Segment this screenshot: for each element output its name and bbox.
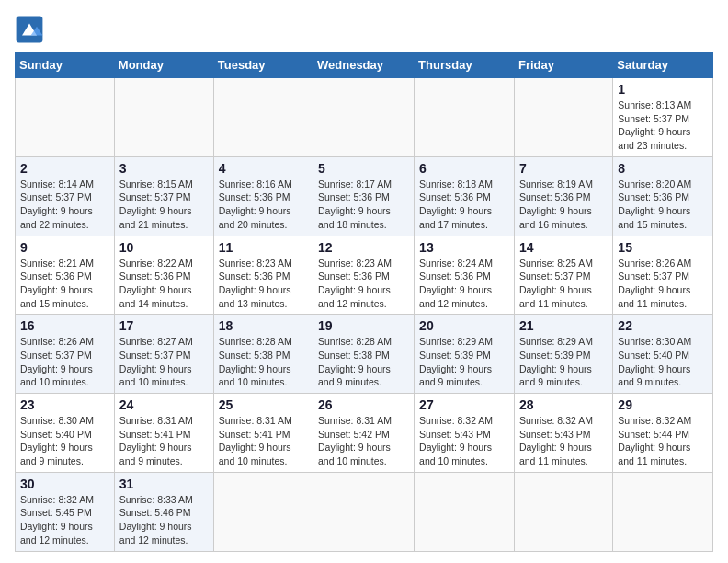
day-info: Sunrise: 8:23 AMSunset: 5:36 PMDaylight:…: [219, 257, 308, 311]
day-number: 20: [419, 318, 509, 333]
day-of-week-header: Friday: [514, 52, 612, 78]
day-cell: 12 Sunrise: 8:23 AMSunset: 5:36 PMDaylig…: [313, 236, 415, 315]
day-cell: 7 Sunrise: 8:19 AMSunset: 5:36 PMDayligh…: [514, 156, 612, 236]
day-info: Sunrise: 8:28 AMSunset: 5:38 PMDaylight:…: [318, 335, 409, 389]
day-number: 26: [318, 397, 409, 412]
day-cell: 28 Sunrise: 8:32 AMSunset: 5:43 PMDaylig…: [514, 394, 612, 473]
calendar-week-row: 2 Sunrise: 8:14 AMSunset: 5:37 PMDayligh…: [16, 156, 713, 236]
day-cell: 3 Sunrise: 8:15 AMSunset: 5:37 PMDayligh…: [114, 156, 213, 236]
day-cell: 22 Sunrise: 8:30 AMSunset: 5:40 PMDaylig…: [613, 315, 713, 394]
day-cell: 18 Sunrise: 8:28 AMSunset: 5:38 PMDaylig…: [213, 315, 313, 394]
day-number: 15: [618, 240, 708, 255]
day-cell: 11 Sunrise: 8:23 AMSunset: 5:36 PMDaylig…: [213, 236, 313, 315]
day-cell: 31 Sunrise: 8:33 AMSunset: 5:46 PMDaylig…: [114, 472, 213, 551]
empty-cell: [313, 472, 415, 551]
day-cell: 16 Sunrise: 8:26 AMSunset: 5:37 PMDaylig…: [16, 315, 115, 394]
day-number: 19: [318, 318, 409, 333]
day-cell: 19 Sunrise: 8:28 AMSunset: 5:38 PMDaylig…: [313, 315, 415, 394]
day-info: Sunrise: 8:30 AMSunset: 5:40 PMDaylight:…: [20, 414, 109, 468]
day-cell: 23 Sunrise: 8:30 AMSunset: 5:40 PMDaylig…: [16, 394, 115, 473]
day-of-week-header: Monday: [114, 52, 213, 78]
empty-cell: [213, 78, 313, 157]
day-cell: 5 Sunrise: 8:17 AMSunset: 5:36 PMDayligh…: [313, 156, 415, 236]
day-number: 22: [618, 318, 708, 333]
day-info: Sunrise: 8:15 AMSunset: 5:37 PMDaylight:…: [119, 178, 209, 232]
day-cell: 15 Sunrise: 8:26 AMSunset: 5:37 PMDaylig…: [613, 236, 713, 315]
empty-cell: [613, 472, 713, 551]
day-number: 7: [519, 161, 608, 176]
day-number: 8: [618, 161, 708, 176]
calendar-week-row: 30 Sunrise: 8:32 AMSunset: 5:45 PMDaylig…: [16, 472, 713, 551]
day-cell: 21 Sunrise: 8:29 AMSunset: 5:39 PMDaylig…: [514, 315, 612, 394]
day-number: 30: [20, 477, 109, 491]
day-info: Sunrise: 8:19 AMSunset: 5:36 PMDaylight:…: [519, 178, 608, 232]
day-cell: 9 Sunrise: 8:21 AMSunset: 5:36 PMDayligh…: [16, 236, 115, 315]
day-cell: 20 Sunrise: 8:29 AMSunset: 5:39 PMDaylig…: [415, 315, 515, 394]
empty-cell: [313, 78, 415, 157]
day-info: Sunrise: 8:31 AMSunset: 5:41 PMDaylight:…: [219, 414, 308, 468]
day-info: Sunrise: 8:26 AMSunset: 5:37 PMDaylight:…: [618, 257, 708, 311]
calendar-week-row: 1 Sunrise: 8:13 AMSunset: 5:37 PMDayligh…: [16, 78, 713, 157]
empty-cell: [16, 78, 115, 157]
day-info: Sunrise: 8:28 AMSunset: 5:38 PMDaylight:…: [219, 335, 308, 389]
day-cell: 30 Sunrise: 8:32 AMSunset: 5:45 PMDaylig…: [16, 472, 115, 551]
day-info: Sunrise: 8:29 AMSunset: 5:39 PMDaylight:…: [519, 335, 608, 389]
day-of-week-header: Sunday: [16, 52, 115, 78]
day-info: Sunrise: 8:20 AMSunset: 5:36 PMDaylight:…: [618, 178, 708, 232]
calendar-header-row: SundayMondayTuesdayWednesdayThursdayFrid…: [16, 52, 713, 78]
day-number: 16: [20, 318, 109, 333]
calendar-week-row: 16 Sunrise: 8:26 AMSunset: 5:37 PMDaylig…: [16, 315, 713, 394]
day-info: Sunrise: 8:30 AMSunset: 5:40 PMDaylight:…: [618, 335, 708, 389]
day-info: Sunrise: 8:23 AMSunset: 5:36 PMDaylight:…: [318, 257, 409, 311]
day-number: 5: [318, 161, 409, 176]
day-number: 28: [519, 397, 608, 412]
day-cell: 29 Sunrise: 8:32 AMSunset: 5:44 PMDaylig…: [613, 394, 713, 473]
day-cell: 17 Sunrise: 8:27 AMSunset: 5:37 PMDaylig…: [114, 315, 213, 394]
empty-cell: [213, 472, 313, 551]
day-number: 2: [20, 161, 109, 176]
day-cell: 14 Sunrise: 8:25 AMSunset: 5:37 PMDaylig…: [514, 236, 612, 315]
day-info: Sunrise: 8:13 AMSunset: 5:37 PMDaylight:…: [618, 98, 708, 153]
day-info: Sunrise: 8:32 AMSunset: 5:45 PMDaylight:…: [20, 493, 109, 547]
day-info: Sunrise: 8:17 AMSunset: 5:36 PMDaylight:…: [318, 178, 409, 232]
day-of-week-header: Tuesday: [213, 52, 313, 78]
day-info: Sunrise: 8:24 AMSunset: 5:36 PMDaylight:…: [419, 257, 509, 311]
day-number: 12: [318, 240, 409, 255]
empty-cell: [415, 472, 515, 551]
day-info: Sunrise: 8:16 AMSunset: 5:36 PMDaylight:…: [219, 178, 308, 232]
page-header: [15, 15, 713, 44]
day-info: Sunrise: 8:32 AMSunset: 5:43 PMDaylight:…: [419, 414, 509, 468]
logo: [15, 15, 48, 44]
day-info: Sunrise: 8:25 AMSunset: 5:37 PMDaylight:…: [519, 257, 608, 311]
calendar-body: 1 Sunrise: 8:13 AMSunset: 5:37 PMDayligh…: [16, 78, 713, 552]
day-cell: 27 Sunrise: 8:32 AMSunset: 5:43 PMDaylig…: [415, 394, 515, 473]
day-cell: 24 Sunrise: 8:31 AMSunset: 5:41 PMDaylig…: [114, 394, 213, 473]
day-info: Sunrise: 8:26 AMSunset: 5:37 PMDaylight:…: [20, 335, 109, 389]
empty-cell: [114, 78, 213, 157]
day-number: 11: [219, 240, 308, 255]
day-cell: 1 Sunrise: 8:13 AMSunset: 5:37 PMDayligh…: [613, 78, 713, 157]
empty-cell: [514, 472, 612, 551]
day-cell: 4 Sunrise: 8:16 AMSunset: 5:36 PMDayligh…: [213, 156, 313, 236]
day-info: Sunrise: 8:32 AMSunset: 5:43 PMDaylight:…: [519, 414, 608, 468]
day-cell: 2 Sunrise: 8:14 AMSunset: 5:37 PMDayligh…: [16, 156, 115, 236]
day-cell: 10 Sunrise: 8:22 AMSunset: 5:36 PMDaylig…: [114, 236, 213, 315]
day-info: Sunrise: 8:31 AMSunset: 5:41 PMDaylight:…: [119, 414, 209, 468]
day-number: 18: [219, 318, 308, 333]
calendar-week-row: 23 Sunrise: 8:30 AMSunset: 5:40 PMDaylig…: [16, 394, 713, 473]
day-of-week-header: Saturday: [613, 52, 713, 78]
day-cell: 6 Sunrise: 8:18 AMSunset: 5:36 PMDayligh…: [415, 156, 515, 236]
empty-cell: [514, 78, 612, 157]
day-number: 14: [519, 240, 608, 255]
day-number: 31: [119, 477, 209, 491]
day-info: Sunrise: 8:14 AMSunset: 5:37 PMDaylight:…: [20, 178, 109, 232]
day-number: 29: [618, 397, 708, 412]
day-info: Sunrise: 8:18 AMSunset: 5:36 PMDaylight:…: [419, 178, 509, 232]
day-number: 23: [20, 397, 109, 412]
day-of-week-header: Thursday: [415, 52, 515, 78]
day-number: 10: [119, 240, 209, 255]
day-number: 1: [618, 82, 708, 97]
day-number: 9: [20, 240, 109, 255]
day-number: 21: [519, 318, 608, 333]
day-number: 6: [419, 161, 509, 176]
